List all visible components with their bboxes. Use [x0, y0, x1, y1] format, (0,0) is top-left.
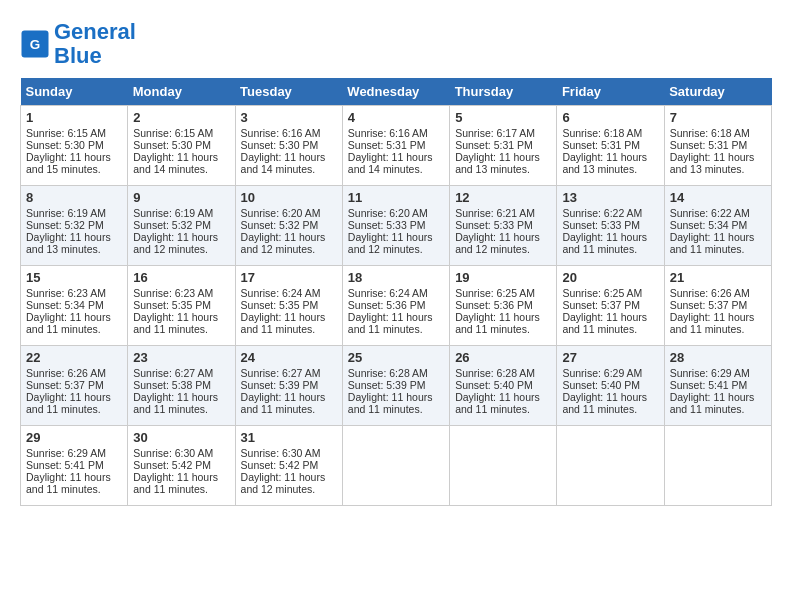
weekday-header: Saturday	[664, 78, 771, 106]
day-number: 8	[26, 190, 122, 205]
sunrise-text: Sunrise: 6:18 AM	[562, 127, 658, 139]
day-number: 28	[670, 350, 766, 365]
day-number: 17	[241, 270, 337, 285]
day-number: 4	[348, 110, 444, 125]
day-number: 19	[455, 270, 551, 285]
page-header: G General Blue	[20, 20, 772, 68]
day-number: 31	[241, 430, 337, 445]
logo-icon: G	[20, 29, 50, 59]
sunrise-text: Sunrise: 6:27 AM	[133, 367, 229, 379]
sunset-text: Sunset: 5:39 PM	[241, 379, 337, 391]
calendar-cell	[342, 426, 449, 506]
calendar-cell: 22Sunrise: 6:26 AMSunset: 5:37 PMDayligh…	[21, 346, 128, 426]
day-number: 20	[562, 270, 658, 285]
calendar-week-row: 29Sunrise: 6:29 AMSunset: 5:41 PMDayligh…	[21, 426, 772, 506]
day-number: 25	[348, 350, 444, 365]
day-number: 27	[562, 350, 658, 365]
daylight-text: Daylight: 11 hours and 11 minutes.	[348, 311, 444, 335]
sunrise-text: Sunrise: 6:20 AM	[348, 207, 444, 219]
sunset-text: Sunset: 5:40 PM	[562, 379, 658, 391]
calendar-cell: 21Sunrise: 6:26 AMSunset: 5:37 PMDayligh…	[664, 266, 771, 346]
daylight-text: Daylight: 11 hours and 13 minutes.	[562, 151, 658, 175]
sunset-text: Sunset: 5:33 PM	[348, 219, 444, 231]
weekday-header: Friday	[557, 78, 664, 106]
daylight-text: Daylight: 11 hours and 11 minutes.	[26, 471, 122, 495]
daylight-text: Daylight: 11 hours and 11 minutes.	[348, 391, 444, 415]
calendar-header-row: SundayMondayTuesdayWednesdayThursdayFrid…	[21, 78, 772, 106]
calendar-cell: 6Sunrise: 6:18 AMSunset: 5:31 PMDaylight…	[557, 106, 664, 186]
sunset-text: Sunset: 5:40 PM	[455, 379, 551, 391]
sunrise-text: Sunrise: 6:28 AM	[455, 367, 551, 379]
daylight-text: Daylight: 11 hours and 11 minutes.	[670, 311, 766, 335]
calendar-week-row: 8Sunrise: 6:19 AMSunset: 5:32 PMDaylight…	[21, 186, 772, 266]
sunrise-text: Sunrise: 6:18 AM	[670, 127, 766, 139]
sunset-text: Sunset: 5:41 PM	[26, 459, 122, 471]
sunrise-text: Sunrise: 6:16 AM	[348, 127, 444, 139]
calendar-cell: 12Sunrise: 6:21 AMSunset: 5:33 PMDayligh…	[450, 186, 557, 266]
day-number: 30	[133, 430, 229, 445]
day-number: 21	[670, 270, 766, 285]
sunset-text: Sunset: 5:34 PM	[670, 219, 766, 231]
sunset-text: Sunset: 5:32 PM	[241, 219, 337, 231]
daylight-text: Daylight: 11 hours and 11 minutes.	[562, 311, 658, 335]
calendar-week-row: 1Sunrise: 6:15 AMSunset: 5:30 PMDaylight…	[21, 106, 772, 186]
daylight-text: Daylight: 11 hours and 11 minutes.	[133, 311, 229, 335]
weekday-header: Tuesday	[235, 78, 342, 106]
sunset-text: Sunset: 5:42 PM	[241, 459, 337, 471]
sunset-text: Sunset: 5:37 PM	[670, 299, 766, 311]
sunrise-text: Sunrise: 6:17 AM	[455, 127, 551, 139]
calendar-cell: 1Sunrise: 6:15 AMSunset: 5:30 PMDaylight…	[21, 106, 128, 186]
calendar-cell: 20Sunrise: 6:25 AMSunset: 5:37 PMDayligh…	[557, 266, 664, 346]
day-number: 10	[241, 190, 337, 205]
day-number: 16	[133, 270, 229, 285]
sunrise-text: Sunrise: 6:15 AM	[133, 127, 229, 139]
daylight-text: Daylight: 11 hours and 14 minutes.	[241, 151, 337, 175]
logo-text: General Blue	[54, 20, 136, 68]
calendar-cell	[664, 426, 771, 506]
daylight-text: Daylight: 11 hours and 15 minutes.	[26, 151, 122, 175]
calendar-cell: 2Sunrise: 6:15 AMSunset: 5:30 PMDaylight…	[128, 106, 235, 186]
sunrise-text: Sunrise: 6:30 AM	[241, 447, 337, 459]
daylight-text: Daylight: 11 hours and 14 minutes.	[133, 151, 229, 175]
daylight-text: Daylight: 11 hours and 12 minutes.	[348, 231, 444, 255]
calendar-cell: 15Sunrise: 6:23 AMSunset: 5:34 PMDayligh…	[21, 266, 128, 346]
sunrise-text: Sunrise: 6:19 AM	[133, 207, 229, 219]
weekday-header: Monday	[128, 78, 235, 106]
weekday-header: Thursday	[450, 78, 557, 106]
sunset-text: Sunset: 5:30 PM	[241, 139, 337, 151]
daylight-text: Daylight: 11 hours and 12 minutes.	[133, 231, 229, 255]
sunrise-text: Sunrise: 6:29 AM	[562, 367, 658, 379]
daylight-text: Daylight: 11 hours and 11 minutes.	[670, 231, 766, 255]
sunset-text: Sunset: 5:33 PM	[455, 219, 551, 231]
sunrise-text: Sunrise: 6:22 AM	[562, 207, 658, 219]
daylight-text: Daylight: 11 hours and 13 minutes.	[26, 231, 122, 255]
sunset-text: Sunset: 5:35 PM	[133, 299, 229, 311]
sunrise-text: Sunrise: 6:20 AM	[241, 207, 337, 219]
daylight-text: Daylight: 11 hours and 11 minutes.	[670, 391, 766, 415]
calendar-week-row: 22Sunrise: 6:26 AMSunset: 5:37 PMDayligh…	[21, 346, 772, 426]
sunset-text: Sunset: 5:30 PM	[26, 139, 122, 151]
day-number: 22	[26, 350, 122, 365]
day-number: 29	[26, 430, 122, 445]
sunset-text: Sunset: 5:42 PM	[133, 459, 229, 471]
day-number: 2	[133, 110, 229, 125]
calendar-cell: 7Sunrise: 6:18 AMSunset: 5:31 PMDaylight…	[664, 106, 771, 186]
day-number: 26	[455, 350, 551, 365]
sunrise-text: Sunrise: 6:24 AM	[241, 287, 337, 299]
sunrise-text: Sunrise: 6:19 AM	[26, 207, 122, 219]
sunrise-text: Sunrise: 6:24 AM	[348, 287, 444, 299]
calendar-cell: 24Sunrise: 6:27 AMSunset: 5:39 PMDayligh…	[235, 346, 342, 426]
calendar-cell	[450, 426, 557, 506]
day-number: 18	[348, 270, 444, 285]
calendar-cell: 10Sunrise: 6:20 AMSunset: 5:32 PMDayligh…	[235, 186, 342, 266]
day-number: 14	[670, 190, 766, 205]
weekday-header: Sunday	[21, 78, 128, 106]
sunset-text: Sunset: 5:31 PM	[455, 139, 551, 151]
calendar-cell: 26Sunrise: 6:28 AMSunset: 5:40 PMDayligh…	[450, 346, 557, 426]
day-number: 9	[133, 190, 229, 205]
calendar-cell: 25Sunrise: 6:28 AMSunset: 5:39 PMDayligh…	[342, 346, 449, 426]
calendar-table: SundayMondayTuesdayWednesdayThursdayFrid…	[20, 78, 772, 506]
calendar-cell: 5Sunrise: 6:17 AMSunset: 5:31 PMDaylight…	[450, 106, 557, 186]
sunrise-text: Sunrise: 6:28 AM	[348, 367, 444, 379]
day-number: 13	[562, 190, 658, 205]
